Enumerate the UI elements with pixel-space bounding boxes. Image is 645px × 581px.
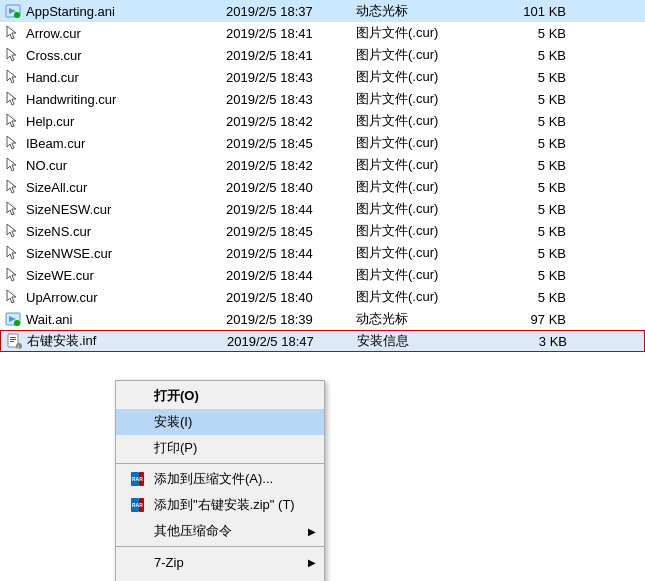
file-row[interactable]: Wait.ani 2019/2/5 18:39 动态光标 97 KB — [0, 308, 645, 330]
file-icon — [4, 178, 22, 196]
file-icon — [4, 310, 22, 328]
menu-item-label: 其他压缩命令 — [154, 522, 232, 540]
menu-item[interactable]: 打开(O) — [116, 383, 324, 409]
file-date: 2019/2/5 18:45 — [226, 224, 356, 239]
svg-marker-13 — [7, 246, 16, 259]
file-row[interactable]: IBeam.cur 2019/2/5 18:45 图片文件(.cur) 5 KB — [0, 132, 645, 154]
menu-item[interactable]: 7-Zip▶ — [116, 549, 324, 575]
file-type: 图片文件(.cur) — [356, 178, 496, 196]
file-name: SizeWE.cur — [26, 268, 226, 283]
file-type: 图片文件(.cur) — [356, 244, 496, 262]
file-date: 2019/2/5 18:39 — [226, 312, 356, 327]
file-name: Hand.cur — [26, 70, 226, 85]
svg-marker-10 — [7, 180, 16, 193]
rar-icon: RAR — [128, 495, 148, 515]
file-size: 5 KB — [496, 290, 566, 305]
svg-marker-15 — [7, 290, 16, 303]
rar-icon: RAR — [128, 469, 148, 489]
file-row[interactable]: Arrow.cur 2019/2/5 18:41 图片文件(.cur) 5 KB — [0, 22, 645, 44]
menu-item[interactable]: 打印(P) — [116, 435, 324, 461]
file-name: SizeNS.cur — [26, 224, 226, 239]
svg-marker-7 — [7, 114, 16, 127]
file-icon — [4, 288, 22, 306]
context-menu: 打开(O)安装(I)打印(P) RAR 添加到压缩文件(A)... RAR 添加… — [115, 380, 325, 581]
file-row[interactable]: NO.cur 2019/2/5 18:42 图片文件(.cur) 5 KB — [0, 154, 645, 176]
file-list: AppStarting.ani 2019/2/5 18:37 动态光标 101 … — [0, 0, 645, 352]
menu-item[interactable]: 安装(I) — [116, 409, 324, 435]
file-icon — [4, 90, 22, 108]
file-size: 5 KB — [496, 158, 566, 173]
file-type: 图片文件(.cur) — [356, 112, 496, 130]
menu-item-label: 安装(I) — [154, 413, 192, 431]
svg-rect-20 — [10, 337, 16, 338]
file-name: AppStarting.ani — [26, 4, 226, 19]
file-size: 5 KB — [496, 180, 566, 195]
menu-item[interactable]: RAR 添加到"右键安装.zip" (T) — [116, 492, 324, 518]
menu-separator — [116, 546, 324, 547]
svg-text:RAR: RAR — [132, 476, 143, 482]
file-date: 2019/2/5 18:44 — [226, 246, 356, 261]
file-date: 2019/2/5 18:40 — [226, 290, 356, 305]
file-name: SizeNWSE.cur — [26, 246, 226, 261]
file-row[interactable]: SizeWE.cur 2019/2/5 18:44 图片文件(.cur) 5 K… — [0, 264, 645, 286]
file-type: 动态光标 — [356, 2, 496, 20]
file-date: 2019/2/5 18:37 — [226, 4, 356, 19]
file-icon — [4, 112, 22, 130]
file-type: 图片文件(.cur) — [356, 156, 496, 174]
file-row[interactable]: UpArrow.cur 2019/2/5 18:40 图片文件(.cur) 5 … — [0, 286, 645, 308]
file-size: 5 KB — [496, 246, 566, 261]
file-date: 2019/2/5 18:41 — [226, 48, 356, 63]
file-date: 2019/2/5 18:42 — [226, 158, 356, 173]
file-date: 2019/2/5 18:42 — [226, 114, 356, 129]
file-type: 图片文件(.cur) — [356, 222, 496, 240]
file-name: IBeam.cur — [26, 136, 226, 151]
file-row[interactable]: SizeNESW.cur 2019/2/5 18:44 图片文件(.cur) 5… — [0, 198, 645, 220]
file-icon — [4, 266, 22, 284]
file-row[interactable]: i 右键安装.inf 2019/2/5 18:47 安装信息 3 KB — [0, 330, 645, 352]
menu-item-label: 添加到"右键安装.zip" (T) — [154, 496, 295, 514]
file-name: Handwriting.cur — [26, 92, 226, 107]
file-row[interactable]: SizeNWSE.cur 2019/2/5 18:44 图片文件(.cur) 5… — [0, 242, 645, 264]
file-date: 2019/2/5 18:40 — [226, 180, 356, 195]
file-size: 5 KB — [496, 114, 566, 129]
file-size: 101 KB — [496, 4, 566, 19]
file-name: 右键安装.inf — [27, 332, 227, 350]
file-type: 图片文件(.cur) — [356, 200, 496, 218]
svg-marker-9 — [7, 158, 16, 171]
file-date: 2019/2/5 18:47 — [227, 334, 357, 349]
file-size: 5 KB — [496, 268, 566, 283]
svg-marker-6 — [7, 92, 16, 105]
file-row[interactable]: SizeNS.cur 2019/2/5 18:45 图片文件(.cur) 5 K… — [0, 220, 645, 242]
file-row[interactable]: Help.cur 2019/2/5 18:42 图片文件(.cur) 5 KB — [0, 110, 645, 132]
file-size: 3 KB — [497, 334, 567, 349]
file-row[interactable]: SizeAll.cur 2019/2/5 18:40 图片文件(.cur) 5 … — [0, 176, 645, 198]
svg-point-2 — [14, 12, 20, 18]
file-type: 图片文件(.cur) — [356, 266, 496, 284]
file-row[interactable]: Hand.cur 2019/2/5 18:43 图片文件(.cur) 5 KB — [0, 66, 645, 88]
file-size: 5 KB — [496, 92, 566, 107]
file-icon — [4, 200, 22, 218]
file-row[interactable]: Cross.cur 2019/2/5 18:41 图片文件(.cur) 5 KB — [0, 44, 645, 66]
file-type: 图片文件(.cur) — [356, 24, 496, 42]
file-icon — [4, 244, 22, 262]
svg-marker-11 — [7, 202, 16, 215]
svg-marker-8 — [7, 136, 16, 149]
menu-item[interactable]: CRC SHA▶ — [116, 575, 324, 581]
file-name: Cross.cur — [26, 48, 226, 63]
file-size: 5 KB — [496, 136, 566, 151]
file-type: 图片文件(.cur) — [356, 134, 496, 152]
file-icon — [4, 68, 22, 86]
menu-item[interactable]: RAR 添加到压缩文件(A)... — [116, 466, 324, 492]
menu-item-label: 打印(P) — [154, 439, 197, 457]
file-icon — [4, 156, 22, 174]
file-date: 2019/2/5 18:43 — [226, 70, 356, 85]
file-icon — [4, 2, 22, 20]
file-type: 安装信息 — [357, 332, 497, 350]
file-row[interactable]: Handwriting.cur 2019/2/5 18:43 图片文件(.cur… — [0, 88, 645, 110]
file-size: 5 KB — [496, 224, 566, 239]
file-date: 2019/2/5 18:41 — [226, 26, 356, 41]
menu-item[interactable]: 其他压缩命令▶ — [116, 518, 324, 544]
file-row[interactable]: AppStarting.ani 2019/2/5 18:37 动态光标 101 … — [0, 0, 645, 22]
svg-point-18 — [14, 320, 20, 326]
file-date: 2019/2/5 18:44 — [226, 268, 356, 283]
